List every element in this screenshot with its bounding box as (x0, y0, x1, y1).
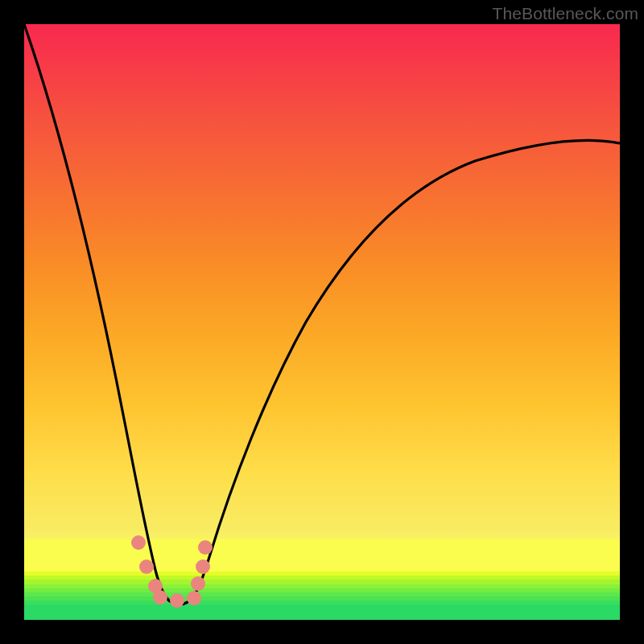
watermark-text: TheBottleneck.com (493, 4, 638, 23)
svg-point-8 (198, 540, 213, 555)
bottleneck-curve (24, 24, 620, 620)
highlight-markers (131, 535, 213, 608)
curve-path (24, 24, 620, 605)
svg-point-3 (153, 590, 167, 605)
svg-point-6 (191, 576, 205, 591)
svg-point-0 (131, 535, 146, 550)
svg-point-5 (187, 591, 201, 605)
svg-point-7 (196, 559, 210, 574)
plot-area (24, 24, 620, 620)
svg-point-4 (170, 593, 184, 608)
chart-stage: TheBottleneck.com (0, 0, 644, 644)
svg-point-1 (139, 559, 154, 574)
